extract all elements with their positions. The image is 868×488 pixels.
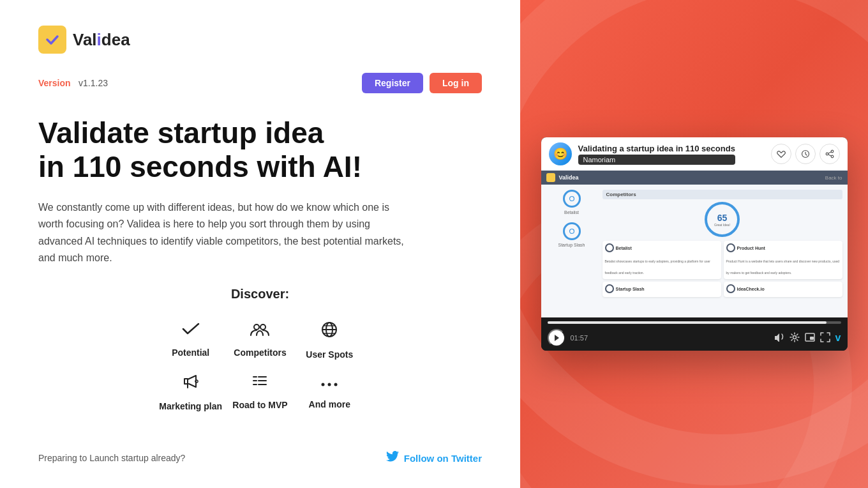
fullscreen-icon[interactable]	[820, 332, 830, 344]
sim-comp-header-4: IdeaCheck.io	[726, 284, 840, 293]
svg-line-21	[828, 152, 831, 153]
svg-point-19	[826, 153, 828, 155]
svg-line-22	[828, 155, 831, 156]
more-icon	[320, 372, 338, 393]
sim-comp-header-3: Startup Slash	[605, 284, 719, 293]
video-progress-fill	[548, 321, 827, 324]
video-title-area: Validating a startup idea in 110 seconds…	[578, 144, 735, 165]
version-number: v1.1.23	[79, 78, 108, 88]
twitter-icon	[386, 451, 399, 465]
competitors-icon	[250, 321, 270, 341]
launch-text: Preparing to Launch startup already?	[38, 453, 185, 463]
svg-marker-25	[555, 335, 559, 341]
play-button[interactable]	[548, 329, 565, 347]
login-button[interactable]: Log in	[430, 73, 482, 93]
hero-description: We constantly come up with different ide…	[38, 199, 415, 267]
sim-competitors-grid: Betalist Betalist showcases startups to …	[602, 241, 842, 297]
video-controls-row: 01:57	[548, 329, 841, 347]
version-label: Version	[38, 78, 71, 88]
sim-score-value: 65	[717, 213, 728, 223]
sim-competitor-startupslash: Startup Slash	[602, 282, 721, 297]
video-profile: 😊 Validating a startup idea in 110 secon…	[549, 142, 735, 165]
brand-name: Validea	[73, 30, 130, 50]
svg-point-1	[260, 324, 266, 330]
globe-icon	[320, 321, 338, 343]
like-button[interactable]	[771, 144, 791, 164]
feature-user-spots-label: User Spots	[306, 349, 353, 360]
video-controls: 01:57	[541, 317, 848, 351]
sim-circle-1	[563, 190, 581, 208]
twitter-label: Follow on Twitter	[404, 453, 482, 464]
video-container: 😊 Validating a startup idea in 110 secon…	[541, 137, 848, 351]
svg-point-0	[254, 324, 259, 330]
sim-logo-sm	[546, 173, 555, 182]
check-icon	[181, 321, 200, 341]
sim-label-2: Startup Slash	[558, 243, 585, 247]
sim-comp-header-2: Product Hunt	[726, 243, 840, 252]
sim-comp-circle-4	[726, 284, 735, 293]
video-ctrl-icons: v	[774, 332, 841, 344]
video-progress-bar[interactable]	[548, 321, 841, 324]
svg-point-26	[793, 335, 796, 339]
svg-point-16	[334, 383, 338, 386]
sim-comp-header-1: Betalist	[605, 243, 719, 252]
list-icon	[251, 372, 268, 393]
sim-sidebar: Betalist Startup Slash	[546, 190, 597, 297]
sim-comp-circle-3	[605, 284, 614, 293]
feature-more: And more	[298, 372, 361, 411]
pip-icon[interactable]	[805, 333, 815, 344]
video-channel: Namoriam	[578, 155, 735, 165]
hero-heading: Validate startup idea in 110 seconds wit…	[38, 116, 482, 184]
megaphone-icon	[182, 372, 200, 395]
watch-later-button[interactable]	[795, 144, 816, 164]
sim-comp-desc-1: Betalist showcases startups to early ado…	[605, 259, 710, 275]
sim-comp-name-1: Betalist	[616, 246, 632, 250]
discover-heading: Discover:	[38, 287, 482, 301]
svg-point-20	[831, 155, 834, 158]
svg-point-24	[569, 229, 574, 234]
sim-app-header: Validea Back to	[541, 171, 848, 185]
video-topbar: 😊 Validating a startup idea in 110 secon…	[541, 137, 848, 171]
sim-score-label: Great Idea!	[714, 223, 730, 227]
sim-circle-2	[563, 222, 581, 240]
left-panel: Validea Version v1.1.23 Register Log in …	[0, 0, 520, 488]
feature-mvp-label: Road to MVP	[232, 400, 287, 410]
sim-title-bar: Competitors	[602, 190, 842, 199]
sim-competitor-ideacheck: IdeaCheck.io	[724, 282, 842, 297]
hero-heading-line1: Validate startup idea	[38, 116, 324, 149]
sim-label-1: Betalist	[564, 210, 579, 215]
sim-score-circle: 65 Great Idea!	[705, 202, 740, 237]
register-button[interactable]: Register	[362, 73, 423, 93]
logo-area: Validea	[38, 26, 482, 54]
hero-heading-line2: in 110 seconds with AI!	[38, 150, 362, 183]
video-title: Validating a startup idea in 110 seconds	[578, 144, 735, 153]
sim-app-content: Betalist Startup Slash Competitors	[541, 185, 848, 302]
video-time: 01:57	[571, 334, 769, 342]
feature-potential-label: Potential	[172, 347, 209, 358]
version-info: Version v1.1.23	[38, 77, 108, 89]
vimeo-logo: v	[835, 332, 841, 344]
sim-comp-circle-2	[726, 243, 735, 252]
share-button[interactable]	[819, 144, 840, 164]
settings-icon[interactable]	[789, 332, 800, 344]
video-thumbnail: Validea Back to Betalist	[541, 171, 848, 317]
feature-marketing: Marketing plan	[159, 372, 222, 411]
volume-icon[interactable]	[774, 333, 784, 344]
sim-comp-desc-2: Product Hunt is a website that lets user…	[726, 259, 840, 275]
sim-comp-name-3: Startup Slash	[616, 287, 645, 291]
sim-main: Competitors 65 Great Idea! Bet	[602, 190, 842, 297]
sim-comp-name-4: IdeaCheck.io	[737, 287, 765, 291]
feature-user-spots: User Spots	[298, 321, 361, 360]
sim-competitor-betalist: Betalist Betalist showcases startups to …	[602, 241, 721, 279]
feature-marketing-label: Marketing plan	[159, 401, 222, 411]
twitter-link[interactable]: Follow on Twitter	[386, 451, 482, 465]
features-grid: Potential Competitors	[159, 321, 361, 411]
sim-video-content: Validea Back to Betalist	[541, 171, 848, 317]
brand-name-accent: i	[97, 30, 101, 49]
svg-rect-28	[810, 337, 814, 340]
auth-buttons: Register Log in	[362, 73, 482, 93]
right-panel: 😊 Validating a startup idea in 110 secon…	[520, 0, 868, 488]
footer-row: Preparing to Launch startup already? Fol…	[38, 451, 482, 465]
sim-comp-circle-1	[605, 243, 614, 252]
video-avatar: 😊	[549, 142, 572, 165]
